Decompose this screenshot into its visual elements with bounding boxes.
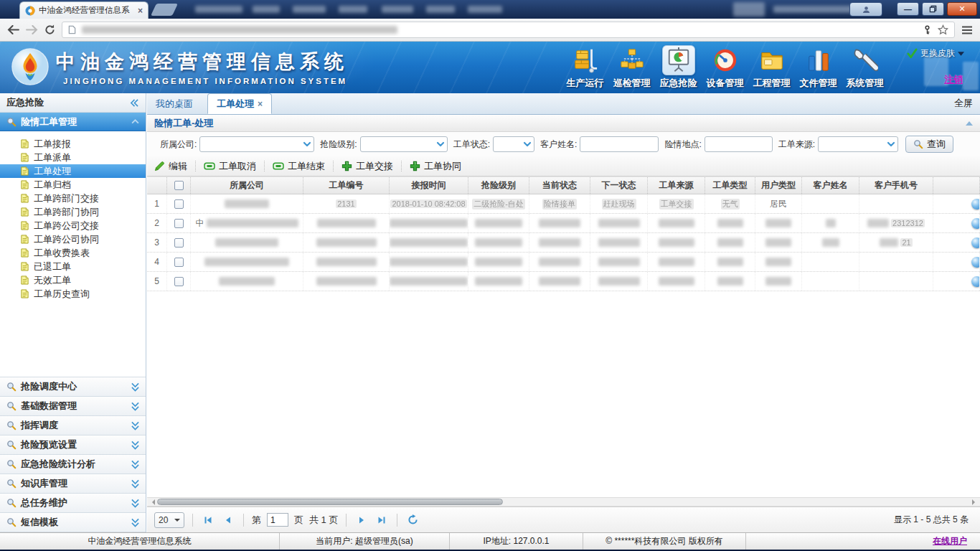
view-sphere-icon[interactable] bbox=[971, 276, 980, 287]
sidebar-section-order-mgmt[interactable]: 险情工单管理 bbox=[0, 113, 146, 131]
page-size-select[interactable]: 20 bbox=[154, 512, 184, 528]
sidebar-section-task-maintenance[interactable]: 总任务维护 bbox=[0, 494, 146, 513]
table-cell bbox=[390, 253, 468, 271]
table-row[interactable]: 321 bbox=[147, 233, 980, 253]
prev-page-icon[interactable] bbox=[221, 513, 235, 527]
page-number-input[interactable]: 1 bbox=[267, 513, 288, 527]
sidebar-item-invalid-orders[interactable]: 无效工单 bbox=[0, 273, 146, 287]
maximize-button[interactable] bbox=[922, 2, 944, 16]
nav-file-mgmt[interactable]: 文件管理 bbox=[795, 43, 842, 92]
url-input[interactable] bbox=[62, 22, 955, 38]
view-sphere-icon[interactable] bbox=[971, 257, 980, 268]
sidebar-item-order-cross-company-collab[interactable]: 工单跨公司协同 bbox=[0, 232, 146, 246]
redacted-value bbox=[765, 219, 791, 227]
logout-link[interactable]: 注销 bbox=[944, 73, 963, 86]
filter-customer-name-input[interactable] bbox=[580, 136, 659, 152]
toolbar-order-collab-button[interactable]: 工单协同 bbox=[410, 160, 461, 173]
view-sphere-icon[interactable] bbox=[971, 218, 980, 229]
sidebar-section-emergency-stats-analysis[interactable]: 应急抢险统计分析 bbox=[0, 455, 146, 474]
sidebar-item-order-fee-meter-change[interactable]: 工单收费换表 bbox=[0, 246, 146, 260]
table-row[interactable]: 2中2312312 bbox=[147, 214, 980, 233]
row-checkbox[interactable] bbox=[174, 238, 184, 248]
filter-order-status-select[interactable] bbox=[493, 136, 534, 152]
search-button[interactable]: 查询 bbox=[905, 136, 953, 153]
key-icon[interactable] bbox=[923, 25, 932, 34]
next-page-icon[interactable] bbox=[354, 513, 369, 527]
close-button[interactable]: ✕ bbox=[947, 2, 977, 16]
sidebar-item-order-dispatch[interactable]: 工单派单 bbox=[0, 151, 146, 164]
scrollbar-thumb[interactable] bbox=[157, 499, 503, 505]
sidebar-item-label: 工单跨部门协同 bbox=[34, 206, 99, 219]
sidebar-section-knowledge-base-mgmt[interactable]: 知识库管理 bbox=[0, 474, 146, 494]
bookmark-star-icon[interactable] bbox=[938, 24, 948, 35]
nav-production-run-icon-box bbox=[569, 45, 602, 75]
sidebar-section-command-dispatch[interactable]: 指挥调度 bbox=[0, 416, 146, 435]
scroll-left-icon[interactable] bbox=[149, 499, 155, 505]
browser-user-button[interactable] bbox=[849, 2, 882, 17]
reload-icon[interactable] bbox=[44, 24, 55, 35]
toolbar-order-handover-button[interactable]: 工单交接 bbox=[341, 160, 393, 173]
sidebar-section-rescue-preview-settings[interactable]: 抢险预览设置 bbox=[0, 435, 146, 455]
browser-menu-icon[interactable] bbox=[961, 25, 973, 35]
nav-system-mgmt[interactable]: 系统管理 bbox=[842, 43, 888, 92]
sidebar-item-order-report[interactable]: 工单接报 bbox=[0, 137, 146, 151]
chevron-double-down-icon bbox=[131, 460, 139, 469]
sidebar-section-rescue-dispatch-center[interactable]: 抢险调度中心 bbox=[0, 377, 146, 397]
last-page-icon[interactable] bbox=[374, 513, 389, 527]
sidebar-item-order-cross-dept-handover[interactable]: 工单跨部门交接 bbox=[0, 192, 146, 205]
sidebar-item-order-archive[interactable]: 工单归档 bbox=[0, 178, 146, 192]
sidebar-section-base-data-mgmt[interactable]: 基础数据管理 bbox=[0, 397, 146, 416]
table-row[interactable]: 121312018-01-10 08:42:08二级抢险-自处险情接单赶赴现场工… bbox=[147, 194, 980, 214]
table-row[interactable]: 4 bbox=[147, 253, 980, 272]
collapse-sidebar-icon[interactable] bbox=[130, 99, 139, 107]
filter-danger-location-input[interactable] bbox=[705, 136, 773, 152]
filter-order-source-select[interactable] bbox=[818, 136, 898, 152]
tab-my-desktop[interactable]: 我的桌面 bbox=[147, 93, 202, 114]
toolbar-order-cancel-button[interactable]: 工单取消 bbox=[204, 160, 256, 173]
browser-tab[interactable]: 中油金鸿经营管理信息系 × bbox=[19, 1, 149, 19]
forward-icon[interactable] bbox=[26, 25, 38, 34]
tab-close-icon[interactable]: × bbox=[258, 99, 263, 109]
sidebar-section-sms-template[interactable]: 短信模板 bbox=[0, 513, 146, 532]
redacted-block bbox=[468, 6, 502, 13]
collapse-panel-icon[interactable] bbox=[966, 121, 973, 126]
row-checkbox[interactable] bbox=[174, 219, 184, 228]
change-skin-button[interactable]: 更换皮肤 bbox=[907, 47, 964, 60]
toolbar-order-finish-button[interactable]: 工单结束 bbox=[273, 160, 325, 173]
row-checkbox[interactable] bbox=[174, 199, 184, 209]
nav-production-run[interactable]: 生产运行 bbox=[562, 43, 608, 92]
horizontal-scrollbar[interactable] bbox=[147, 497, 980, 507]
row-checkbox[interactable] bbox=[174, 277, 184, 286]
row-checkbox[interactable] bbox=[174, 258, 184, 267]
tab-close-icon[interactable]: × bbox=[138, 6, 143, 16]
nav-project-mgmt[interactable]: 工程管理 bbox=[748, 43, 795, 92]
select-all-checkbox[interactable] bbox=[174, 181, 184, 190]
view-sphere-icon[interactable] bbox=[971, 199, 980, 209]
fullscreen-button[interactable]: 全屏 bbox=[951, 93, 973, 114]
tab-order-process[interactable]: 工单处理 × bbox=[207, 93, 272, 114]
redacted-value bbox=[316, 238, 377, 247]
first-page-icon[interactable] bbox=[201, 513, 215, 527]
sidebar-item-order-cross-company-handover[interactable]: 工单跨公司交接 bbox=[0, 219, 146, 232]
filter-rescue-level-select[interactable] bbox=[360, 136, 448, 152]
sidebar-item-order-cross-dept-collab[interactable]: 工单跨部门协同 bbox=[0, 205, 146, 219]
filter-company-select[interactable] bbox=[199, 136, 314, 152]
back-icon[interactable] bbox=[7, 25, 19, 34]
sidebar-item-returned-orders[interactable]: 已退工单 bbox=[0, 260, 146, 273]
sidebar-item-order-process[interactable]: 工单处理 bbox=[0, 164, 146, 178]
nav-emergency-rescue[interactable]: 应急抢险 bbox=[655, 43, 702, 92]
online-users-link[interactable]: 在线用户 bbox=[933, 535, 967, 547]
nav-inspection-mgmt-icon-box bbox=[616, 45, 649, 75]
table-row[interactable]: 5 bbox=[147, 272, 980, 291]
nav-equipment-mgmt-label: 设备管理 bbox=[707, 77, 744, 90]
refresh-icon[interactable] bbox=[405, 513, 420, 527]
toolbar-edit-button[interactable]: 编辑 bbox=[154, 160, 187, 173]
nav-inspection-mgmt[interactable]: 巡检管理 bbox=[608, 43, 655, 92]
nav-equipment-mgmt[interactable]: 设备管理 bbox=[702, 43, 748, 92]
new-tab-button[interactable] bbox=[151, 4, 178, 16]
sidebar-item-order-history-query[interactable]: 工单历史查询 bbox=[0, 287, 146, 301]
minimize-button[interactable]: — bbox=[897, 2, 919, 16]
row-action-cell bbox=[933, 233, 980, 252]
view-sphere-icon[interactable] bbox=[971, 237, 980, 248]
scroll-right-icon[interactable] bbox=[972, 499, 978, 505]
